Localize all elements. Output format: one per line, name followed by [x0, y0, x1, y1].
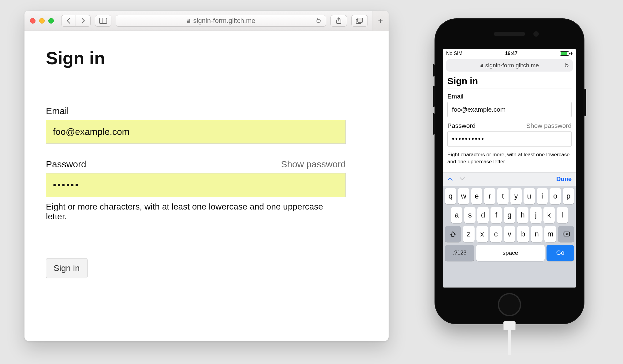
chevron-up-icon — [447, 177, 453, 181]
ios-address-text: signin-form.glitch.me — [485, 62, 539, 69]
svg-rect-6 — [358, 18, 363, 22]
page-title: Sign in — [46, 48, 346, 72]
shift-key[interactable] — [445, 226, 461, 242]
key-r[interactable]: r — [484, 188, 495, 204]
lock-icon — [480, 64, 483, 68]
key-u[interactable]: u — [524, 188, 535, 204]
key-p[interactable]: p — [563, 188, 574, 204]
volume-up-button[interactable] — [433, 86, 435, 107]
key-w[interactable]: w — [458, 188, 469, 204]
email-field-block: Email — [46, 106, 346, 144]
forward-button[interactable] — [76, 15, 91, 27]
new-tab-button[interactable]: + — [372, 11, 389, 31]
key-k[interactable]: k — [543, 207, 555, 223]
ios-password-hint: Eight characters or more, with at least … — [447, 151, 572, 165]
safari-window: signin-form.glitch.me + — [24, 11, 389, 341]
battery-icon — [560, 51, 569, 56]
prev-field-button[interactable] — [447, 177, 453, 181]
back-button[interactable] — [61, 15, 76, 27]
email-input[interactable] — [46, 120, 346, 144]
svg-rect-7 — [480, 65, 483, 67]
address-text: signin-form.glitch.me — [193, 17, 256, 25]
share-button[interactable] — [330, 15, 347, 27]
sign-in-button[interactable]: Sign in — [46, 258, 88, 278]
key-y[interactable]: y — [510, 188, 522, 204]
iphone-device: No SIM 16:47 signin-form.glitch.me Sign … — [435, 18, 584, 324]
keyboard-row-1: qwertyuiop — [445, 188, 574, 204]
keyboard-done-button[interactable]: Done — [556, 176, 572, 183]
key-m[interactable]: m — [544, 226, 556, 242]
key-c[interactable]: c — [490, 226, 502, 242]
go-key[interactable]: Go — [547, 245, 574, 261]
volume-down-button[interactable] — [433, 113, 435, 135]
chevron-right-icon — [81, 18, 85, 24]
reload-icon — [315, 18, 322, 24]
key-s[interactable]: s — [464, 207, 476, 223]
ios-reload-button[interactable] — [564, 63, 569, 68]
battery-indicator — [560, 51, 573, 56]
space-key[interactable]: space — [476, 245, 545, 261]
key-f[interactable]: f — [491, 207, 502, 223]
window-controls — [30, 18, 54, 24]
close-window-button[interactable] — [30, 18, 35, 24]
key-o[interactable]: o — [550, 188, 561, 204]
nav-buttons — [61, 15, 91, 27]
key-t[interactable]: t — [497, 188, 509, 204]
tabs-button[interactable] — [351, 15, 368, 27]
home-button[interactable] — [498, 293, 521, 316]
key-g[interactable]: g — [504, 207, 515, 223]
key-e[interactable]: e — [471, 188, 483, 204]
ios-password-label: Password — [447, 122, 476, 129]
ios-password-input[interactable]: •••••••••• — [447, 131, 572, 147]
password-label: Password — [46, 159, 86, 169]
svg-rect-0 — [99, 18, 107, 24]
charging-icon — [570, 51, 573, 56]
next-field-button[interactable] — [460, 177, 465, 181]
key-z[interactable]: z — [463, 226, 475, 242]
ios-show-password-toggle[interactable]: Show password — [526, 122, 572, 129]
keyboard-accessory-bar: Done — [443, 172, 576, 186]
show-password-toggle[interactable]: Show password — [281, 159, 346, 169]
keyboard-row-3: zxcvbnm — [445, 226, 574, 242]
share-icon — [336, 17, 342, 24]
key-a[interactable]: a — [451, 207, 462, 223]
key-x[interactable]: x — [476, 226, 488, 242]
lightning-cable — [503, 321, 516, 352]
key-n[interactable]: n — [531, 226, 543, 242]
keyboard-row-3-letters: zxcvbnm — [463, 226, 556, 242]
key-h[interactable]: h — [517, 207, 528, 223]
ios-address-bar[interactable]: signin-form.glitch.me — [446, 59, 573, 72]
ios-keyboard: qwertyuiop asdfghjkl zxcvbnm .?123 space… — [443, 186, 576, 288]
tabs-icon — [356, 18, 363, 24]
password-mask: •••••• — [53, 180, 80, 190]
address-bar[interactable]: signin-form.glitch.me — [116, 15, 326, 27]
zoom-window-button[interactable] — [48, 18, 54, 24]
power-button[interactable] — [584, 89, 586, 116]
key-v[interactable]: v — [504, 226, 516, 242]
numbers-key[interactable]: .?123 — [445, 245, 474, 261]
key-j[interactable]: j — [530, 207, 542, 223]
backspace-key[interactable] — [558, 226, 574, 242]
iphone-screen: No SIM 16:47 signin-form.glitch.me Sign … — [443, 49, 576, 288]
key-i[interactable]: i — [537, 188, 548, 204]
reload-button[interactable] — [315, 18, 322, 24]
password-hint: Eight or more characters, with at least … — [46, 202, 346, 221]
keyboard-row-4: .?123 space Go — [445, 245, 574, 261]
password-input[interactable]: •••••• — [46, 173, 346, 197]
ios-email-input[interactable] — [447, 102, 572, 117]
key-l[interactable]: l — [557, 207, 568, 223]
lock-icon — [187, 18, 191, 23]
page-content: Sign in Email Password Show password •••… — [24, 31, 389, 295]
minimize-window-button[interactable] — [39, 18, 45, 24]
svg-rect-2 — [187, 20, 190, 23]
carrier-text: No SIM — [446, 51, 462, 56]
plus-icon: + — [378, 16, 383, 26]
backspace-icon — [562, 231, 570, 237]
key-q[interactable]: q — [445, 188, 456, 204]
key-d[interactable]: d — [477, 207, 489, 223]
silence-switch[interactable] — [433, 64, 435, 76]
key-b[interactable]: b — [517, 226, 529, 242]
sidebar-button[interactable] — [95, 15, 111, 27]
sidebar-icon — [99, 18, 107, 24]
email-label: Email — [46, 106, 69, 116]
